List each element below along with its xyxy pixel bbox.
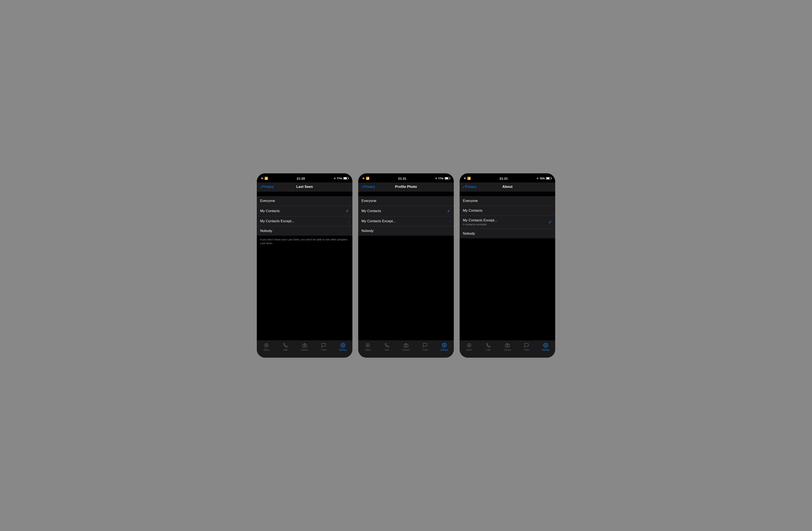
list-item-2[interactable]: My Contacts Except...›	[358, 216, 454, 226]
status-bar: ✈ 📶 21:20 ⊙ 77%	[257, 173, 352, 182]
list-item-content: Everyone	[463, 199, 478, 203]
list-item-right: ›	[348, 220, 349, 223]
checkmark-icon: ✓	[346, 209, 349, 213]
tab-camera[interactable]: Camera	[295, 343, 314, 351]
chats-tab-label: Chats	[321, 349, 326, 351]
list-item-0[interactable]: Everyone	[257, 196, 352, 206]
tab-settings[interactable]: Settings	[333, 343, 352, 351]
svg-point-8	[405, 345, 407, 347]
status-left: ✈ 📶	[362, 177, 369, 180]
status-tab-label: Status	[263, 349, 269, 351]
nav-back-button[interactable]: ‹ Privacy	[362, 185, 375, 189]
list-item-content: My Contacts	[260, 209, 279, 213]
list-item-label: Nobody	[362, 229, 374, 233]
nav-back-label[interactable]: Privacy	[364, 185, 375, 189]
battery-pct: 77%	[438, 177, 444, 180]
nav-bar: ‹ Privacy Last Seen	[257, 182, 352, 192]
status-tab-icon	[263, 343, 269, 348]
list-item-3[interactable]: Nobody	[358, 226, 454, 236]
wifi-icon: 📶	[264, 177, 268, 180]
battery-icon	[445, 177, 450, 180]
status-left: ✈ 📶	[261, 177, 268, 180]
tab-status[interactable]: Status	[358, 343, 377, 351]
svg-point-13	[507, 345, 508, 347]
tab-chats[interactable]: Chats	[416, 343, 435, 351]
status-tab-label: Status	[466, 349, 472, 351]
list-item-label: My Contacts	[463, 209, 482, 213]
status-right: ⊙ 76%	[537, 177, 551, 180]
svg-point-9	[444, 345, 445, 346]
calls-tab-icon	[485, 343, 491, 348]
list-item-0[interactable]: Everyone	[358, 196, 454, 206]
status-right: ⊙ 77%	[435, 177, 450, 180]
list-item-2[interactable]: My Contacts Except...›	[257, 216, 352, 226]
nav-back-label[interactable]: Privacy	[465, 185, 477, 189]
svg-point-4	[342, 345, 344, 346]
svg-point-1	[266, 345, 267, 346]
tab-bar: Status Calls Camera Chats Settings	[257, 340, 352, 358]
svg-rect-12	[505, 344, 509, 347]
list-item-0[interactable]: Everyone	[460, 196, 555, 206]
status-right: ⊙ 77%	[334, 177, 348, 180]
list-item-content: Everyone	[260, 199, 275, 203]
tab-status[interactable]: Status	[257, 343, 276, 351]
status-bar: ✈ 📶 21:21 ⊙ 77%	[358, 173, 454, 182]
camera-tab-label: Camera	[301, 349, 308, 351]
list-item-content: My Contacts Except...	[260, 219, 294, 223]
airplane-icon: ✈	[261, 177, 263, 180]
list-item-content: Everyone	[362, 199, 376, 203]
tab-chats[interactable]: Chats	[517, 343, 536, 351]
tab-camera[interactable]: Camera	[396, 343, 416, 351]
chats-tab-icon	[524, 343, 529, 348]
list-item-label: My Contacts Except...	[362, 219, 396, 223]
wifi-icon: 📶	[366, 177, 369, 180]
svg-rect-7	[404, 344, 408, 347]
list-item-2[interactable]: My Contacts Except...0 contacts excluded…	[460, 215, 555, 229]
list-item-3[interactable]: Nobody	[460, 229, 555, 238]
camera-tab-icon	[505, 343, 510, 348]
wifi-icon: 📶	[467, 177, 471, 180]
list-item-label: Nobody	[463, 232, 475, 236]
list-item-content: My Contacts	[463, 209, 482, 213]
list-item-label: My Contacts Except...	[463, 218, 497, 222]
tab-status[interactable]: Status	[460, 343, 479, 351]
battery-pct: 76%	[539, 177, 545, 180]
status-bar: ✈ 📶 21:21 ⊙ 76%	[460, 173, 555, 182]
calls-tab-icon	[384, 343, 390, 348]
location-icon: ⊙	[435, 177, 437, 180]
nav-bar: ‹ Privacy About	[460, 182, 555, 192]
nav-back-label[interactable]: Privacy	[262, 185, 274, 189]
list-item-content: My Contacts Except...	[362, 219, 396, 223]
svg-point-14	[545, 345, 546, 346]
tab-calls[interactable]: Calls	[479, 343, 498, 351]
svg-point-11	[468, 345, 470, 346]
camera-tab-label: Camera	[402, 349, 410, 351]
tab-calls[interactable]: Calls	[276, 343, 295, 351]
nav-back-button[interactable]: ‹ Privacy	[260, 185, 274, 189]
camera-tab-icon	[302, 343, 307, 348]
nav-back-button[interactable]: ‹ Privacy	[463, 185, 476, 189]
svg-rect-2	[303, 344, 307, 347]
list-item-right: ›	[449, 220, 450, 223]
settings-tab-icon	[441, 343, 447, 348]
list-item-1[interactable]: My Contacts✓	[257, 206, 352, 216]
airplane-icon: ✈	[362, 177, 365, 180]
list-item-1[interactable]: My Contacts✓	[358, 206, 454, 216]
status-time: 21:20	[297, 177, 305, 180]
tab-settings[interactable]: Settings	[435, 343, 454, 351]
list-item-1[interactable]: My Contacts	[460, 206, 555, 215]
settings-tab-label: Settings	[542, 349, 549, 351]
tab-chats[interactable]: Chats	[314, 343, 333, 351]
status-tab-icon	[466, 343, 472, 348]
chats-tab-icon	[321, 343, 327, 348]
tab-calls[interactable]: Calls	[377, 343, 396, 351]
tab-camera[interactable]: Camera	[498, 343, 517, 351]
options-list: EveryoneMy ContactsMy Contacts Except...…	[460, 196, 555, 238]
chats-tab-label: Chats	[422, 349, 428, 351]
chevron-left-icon: ‹	[463, 185, 464, 189]
phones-container: ✈ 📶 21:20 ⊙ 77% ‹ Privacy Last Seen Ever…	[244, 161, 568, 370]
battery-icon	[546, 177, 551, 180]
list-item-3[interactable]: Nobody	[257, 226, 352, 236]
tab-settings[interactable]: Settings	[536, 343, 555, 351]
settings-tab-label: Settings	[440, 349, 448, 351]
